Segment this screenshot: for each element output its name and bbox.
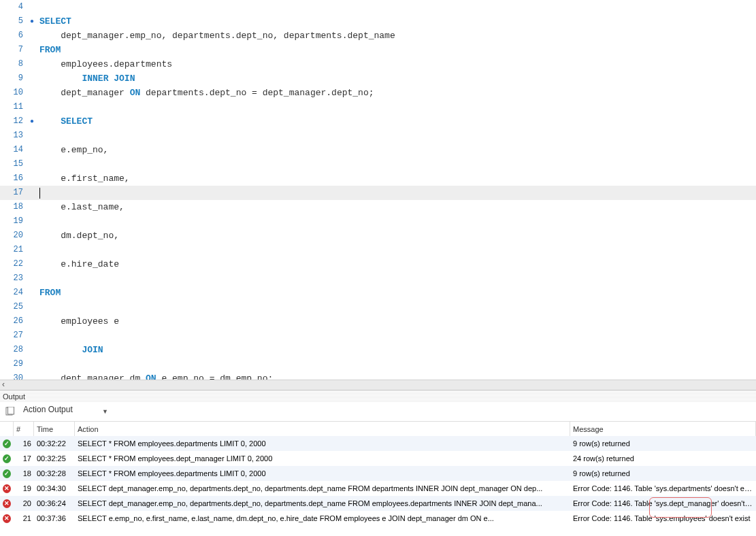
editor-line[interactable]: 13 <box>0 129 756 143</box>
editor-horizontal-scrollbar[interactable] <box>0 380 756 390</box>
code-content[interactable]: FROM <box>39 43 756 57</box>
line-number: 28 <box>0 343 30 357</box>
success-icon: ✓ <box>0 469 14 478</box>
breakpoint-marker[interactable]: ● <box>30 114 39 129</box>
output-panel-header: Output <box>0 390 756 402</box>
line-number: 15 <box>0 157 30 171</box>
line-number: 20 <box>0 229 30 243</box>
line-number: 14 <box>0 143 30 157</box>
row-time: 00:32:22 <box>34 439 75 448</box>
output-mode-select[interactable]: Action Output ▼ <box>20 405 108 418</box>
row-index: 18 <box>14 469 34 478</box>
error-icon: ✕ <box>0 499 14 508</box>
code-content[interactable]: INNER JOIN <box>39 71 756 86</box>
editor-line[interactable]: 14 e.emp_no, <box>0 143 756 157</box>
output-row[interactable]: ✓1600:32:22SELECT * FROM employees.depar… <box>0 436 756 451</box>
row-action: SELECT * FROM employees.departments LIMI… <box>75 469 570 478</box>
line-number: 17 <box>0 186 30 200</box>
code-content[interactable]: dept_manager ON departments.dept_no = de… <box>39 86 756 100</box>
editor-line[interactable]: 16 e.first_name, <box>0 171 756 186</box>
editor-line[interactable]: 6 dept_manager.emp_no, departments.dept_… <box>0 29 756 43</box>
code-content[interactable]: employees.departments <box>39 57 756 71</box>
editor-line[interactable]: 26 employees e <box>0 314 756 329</box>
code-content[interactable]: SELECT <box>39 114 756 129</box>
code-content[interactable]: dm.dept_no, <box>39 229 756 243</box>
line-number: 27 <box>0 329 30 343</box>
row-message: 9 row(s) returned <box>570 439 756 448</box>
editor-line[interactable]: 12● SELECT <box>0 114 756 129</box>
editor-line[interactable]: 29 <box>0 357 756 371</box>
line-number: 8 <box>0 57 30 71</box>
code-content[interactable]: e.emp_no, <box>39 143 756 157</box>
line-number: 19 <box>0 214 30 229</box>
line-number: 16 <box>0 171 30 186</box>
line-number: 12 <box>0 114 30 129</box>
editor-line[interactable]: 28 JOIN <box>0 343 756 357</box>
col-header-action: Action <box>75 422 570 436</box>
line-number: 26 <box>0 314 30 329</box>
editor-line[interactable]: 24FROM <box>0 286 756 300</box>
code-content[interactable]: employees e <box>39 314 756 329</box>
text-cursor <box>39 188 40 199</box>
row-index: 17 <box>14 454 34 463</box>
output-panel-label: Output <box>3 392 25 401</box>
editor-line[interactable]: 15 <box>0 157 756 171</box>
editor-line[interactable]: 22 e.hire_date <box>0 257 756 271</box>
output-row[interactable]: ✓1800:32:28SELECT * FROM employees.depar… <box>0 466 756 481</box>
editor-line[interactable]: 25 <box>0 300 756 314</box>
line-number: 11 <box>0 100 30 114</box>
editor-line[interactable]: 7FROM <box>0 43 756 57</box>
output-grid[interactable]: # Time Action Message ✓1600:32:22SELECT … <box>0 421 756 536</box>
editor-line[interactable]: 19 <box>0 214 756 229</box>
output-clear-icon[interactable] <box>4 405 16 418</box>
row-time: 00:32:25 <box>34 454 75 463</box>
output-row[interactable]: ✕1900:34:30SELECT dept_manager.emp_no, d… <box>0 481 756 496</box>
code-content[interactable]: e.last_name, <box>39 200 756 214</box>
editor-line[interactable]: 21 <box>0 243 756 257</box>
breakpoint-marker[interactable]: ● <box>30 14 39 29</box>
code-content[interactable]: FROM <box>39 286 756 300</box>
editor-line[interactable]: 23 <box>0 271 756 286</box>
line-number: 21 <box>0 243 30 257</box>
row-message: 24 row(s) returned <box>570 454 756 463</box>
output-row[interactable]: ✓1700:32:25SELECT * FROM employees.dept_… <box>0 451 756 466</box>
col-header-index: # <box>14 422 34 436</box>
code-content[interactable]: JOIN <box>39 343 756 357</box>
line-number: 10 <box>0 86 30 100</box>
code-content[interactable]: SELECT <box>39 14 756 29</box>
editor-line[interactable]: 17 <box>0 186 756 200</box>
line-number: 6 <box>0 29 30 43</box>
line-number: 13 <box>0 129 30 143</box>
sql-editor[interactable]: 45●SELECT6 dept_manager.emp_no, departme… <box>0 0 756 380</box>
code-content[interactable]: e.first_name, <box>39 171 756 186</box>
code-content[interactable]: e.hire_date <box>39 257 756 271</box>
editor-line[interactable]: 4 <box>0 0 756 14</box>
output-grid-header: # Time Action Message <box>0 421 756 436</box>
line-number: 30 <box>0 371 30 380</box>
col-header-time: Time <box>34 422 75 436</box>
col-header-message: Message <box>570 422 756 436</box>
success-icon: ✓ <box>0 439 14 448</box>
editor-line[interactable]: 18 e.last_name, <box>0 200 756 214</box>
editor-line[interactable]: 20 dm.dept_no, <box>0 229 756 243</box>
output-row[interactable]: ✕2100:37:36SELECT e.emp_no, e.first_name… <box>0 511 756 526</box>
line-number: 5 <box>0 14 30 29</box>
editor-line[interactable]: 10 dept_manager ON departments.dept_no =… <box>0 86 756 100</box>
code-content[interactable]: dept_manager dm ON e.emp_no = dm.emp_no; <box>39 371 756 380</box>
editor-line[interactable]: 30 dept_manager dm ON e.emp_no = dm.emp_… <box>0 371 756 380</box>
editor-line[interactable]: 9 INNER JOIN <box>0 71 756 86</box>
line-number: 24 <box>0 286 30 300</box>
line-number: 9 <box>0 71 30 86</box>
editor-line[interactable]: 8 employees.departments <box>0 57 756 71</box>
row-action: SELECT e.emp_no, e.first_name, e.last_na… <box>75 514 570 522</box>
row-index: 20 <box>14 499 34 507</box>
editor-line[interactable]: 5●SELECT <box>0 14 756 29</box>
code-content[interactable] <box>39 186 756 200</box>
output-row[interactable]: ✕2000:36:24SELECT dept_manager.emp_no, d… <box>0 496 756 511</box>
editor-line[interactable]: 11 <box>0 100 756 114</box>
line-number: 23 <box>0 271 30 286</box>
row-action: SELECT dept_manager.emp_no, departments.… <box>75 484 570 492</box>
line-number: 4 <box>0 0 30 14</box>
editor-line[interactable]: 27 <box>0 329 756 343</box>
code-content[interactable]: dept_manager.emp_no, departments.dept_no… <box>39 29 756 43</box>
